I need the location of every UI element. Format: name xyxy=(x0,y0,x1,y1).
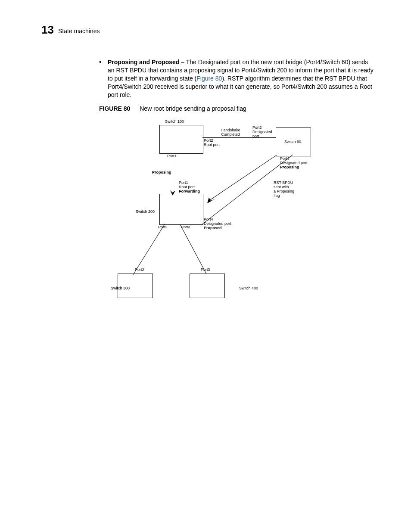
line-sw100-sw200 xyxy=(173,153,173,194)
handshake-b: Completed xyxy=(218,133,243,137)
line-sw60-arrow xyxy=(210,155,277,200)
line-sw100-sw60 xyxy=(202,137,276,138)
sw200-port4-c: Proposed xyxy=(204,226,222,230)
sw100-port2-b: Root port xyxy=(204,143,220,147)
figure-ref-link[interactable]: Figure 80 xyxy=(196,75,222,82)
switch-300-label: Switch 300 xyxy=(111,286,130,291)
line-sw200-sw400 xyxy=(180,224,206,274)
rst-d: flag xyxy=(274,194,280,198)
arrowhead-diag-icon xyxy=(207,197,215,203)
bullet-icon: • xyxy=(99,58,102,66)
section-title: State machines xyxy=(58,28,100,34)
svg-marker-1 xyxy=(207,197,215,203)
switch-400-label: Switch 400 xyxy=(239,286,258,291)
figure-caption: FIGURE 80 New root bridge sending a prop… xyxy=(99,105,246,112)
figure-title: New root bridge sending a proposal flag xyxy=(140,105,246,112)
chapter-number: 13 xyxy=(41,23,54,37)
figure-label: FIGURE 80 xyxy=(99,105,130,112)
switch-60-label: Switch 60 xyxy=(284,140,301,144)
arrowhead-down-icon xyxy=(169,190,176,196)
line-sw200-sw300 xyxy=(133,224,165,275)
switch-200-label: Switch 200 xyxy=(136,210,155,214)
switch-100-box xyxy=(159,125,203,154)
switch-100-label: Switch 100 xyxy=(165,120,184,124)
sw60-port2-c: port xyxy=(252,134,259,139)
diagram: Switch 100 Switch 60 Switch 200 Switch 3… xyxy=(110,116,312,306)
sw60-port4-c: Proposing xyxy=(280,165,299,170)
term: Proposing and Proposed xyxy=(108,59,179,65)
svg-marker-0 xyxy=(170,190,175,196)
body-paragraph: Proposing and Proposed – The Designated … xyxy=(108,58,375,99)
switch-200-box xyxy=(159,194,203,225)
sw100-port1: Port1 xyxy=(167,154,177,159)
switch-400-box xyxy=(190,274,225,298)
sw200-port1-c: Forwarding xyxy=(179,190,200,194)
proposing-side-label: Proposing xyxy=(152,171,171,175)
